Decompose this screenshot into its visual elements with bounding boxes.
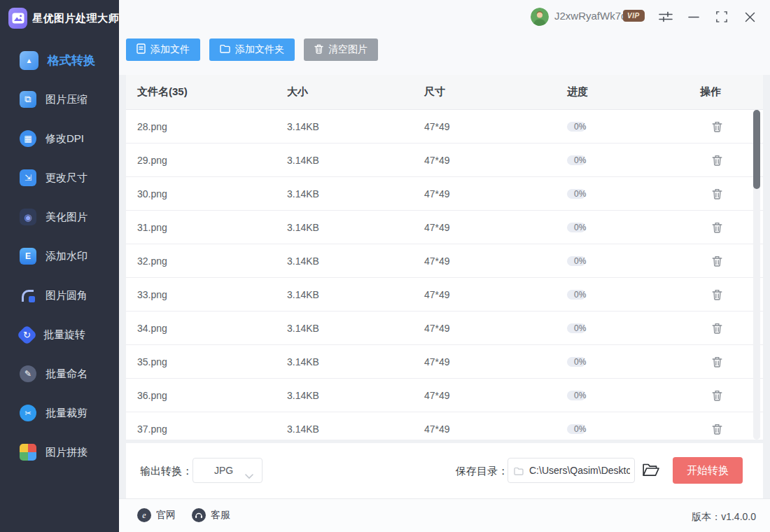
sidebar-item-dpi[interactable]: 修改DPI — [0, 119, 119, 158]
add-folder-label: 添加文件夹 — [235, 43, 284, 56]
delete-row-icon[interactable] — [710, 321, 724, 335]
cell-dimensions: 47*49 — [424, 289, 567, 300]
sidebar-item-label: 修改DPI — [46, 132, 84, 146]
add-folder-button[interactable]: 添加文件夹 — [209, 38, 295, 61]
sidebar-item-rotate[interactable]: 批量旋转 — [0, 315, 119, 354]
output-format-value: JPG — [214, 465, 233, 476]
settings-sliders-icon[interactable] — [658, 9, 673, 24]
sidebar-item-label: 图片圆角 — [46, 289, 88, 302]
cell-dimensions: 47*49 — [424, 390, 567, 401]
cell-filename: 31.png — [137, 222, 287, 233]
sidebar-item-resize[interactable]: 更改尺寸 — [0, 158, 119, 197]
delete-row-icon[interactable] — [710, 288, 724, 302]
maximize-icon[interactable] — [714, 9, 729, 24]
output-format-select[interactable]: JPG — [192, 458, 262, 483]
table-scrollbar-thumb[interactable] — [753, 110, 760, 189]
cell-dimensions: 47*49 — [424, 121, 567, 132]
customer-support-link[interactable]: 客服 — [192, 508, 230, 522]
add-file-button[interactable]: 添加文件 — [126, 38, 200, 61]
sidebar-item-label: 批量命名 — [46, 368, 88, 381]
delete-row-icon[interactable] — [710, 153, 724, 167]
modify-dpi-icon — [20, 130, 36, 147]
table-row: 33.png 3.14KB 47*49 0% — [126, 278, 763, 312]
file-table: 文件名(35) 大小 尺寸 进度 操作 28.png 3.14KB 47*49 … — [126, 75, 763, 440]
username[interactable]: J2xwRyafWk7d — [554, 10, 626, 22]
cell-filename: 28.png — [137, 121, 287, 132]
clear-images-button[interactable]: 清空图片 — [304, 38, 378, 61]
table-row: 29.png 3.14KB 47*49 0% — [126, 144, 763, 177]
cell-size: 3.14KB — [287, 323, 424, 334]
sidebar-item-round[interactable]: 图片圆角 — [0, 276, 119, 315]
website-icon: e — [137, 508, 151, 522]
table-row: 31.png 3.14KB 47*49 0% — [126, 211, 763, 244]
table-scrollbar-track[interactable] — [753, 110, 760, 440]
delete-row-icon[interactable] — [710, 355, 724, 369]
delete-row-icon[interactable] — [710, 220, 724, 234]
delete-row-icon[interactable] — [710, 388, 724, 402]
trash-icon — [314, 44, 323, 56]
sidebar-menu: 格式转换 图片压缩 修改DPI 更改尺寸 美化图片 添加水印 图片圆角 批量旋转… — [0, 41, 119, 472]
cell-filename: 33.png — [137, 289, 287, 300]
round-corner-icon — [20, 287, 36, 304]
sidebar-item-crop[interactable]: 批量裁剪 — [0, 393, 119, 433]
sidebar-item-watermark[interactable]: 添加水印 — [0, 237, 119, 276]
sidebar-item-label: 添加水印 — [46, 250, 88, 263]
sidebar-item-label: 美化图片 — [46, 211, 88, 224]
user-avatar[interactable] — [531, 8, 549, 26]
cell-dimensions: 47*49 — [424, 323, 567, 334]
table-header: 文件名(35) 大小 尺寸 进度 操作 — [126, 75, 763, 110]
sidebar: 星优图片处理大师 格式转换 图片压缩 修改DPI 更改尺寸 美化图片 添加水印 … — [0, 0, 119, 532]
main-area: J2xwRyafWk7d VIP — [119, 0, 770, 532]
app-logo: 星优图片处理大师 — [0, 0, 119, 29]
batch-crop-icon — [20, 405, 36, 421]
delete-row-icon[interactable] — [710, 422, 724, 436]
sidebar-item-beautify[interactable]: 美化图片 — [0, 197, 119, 237]
batch-rotate-icon — [17, 324, 38, 345]
progress-bar: 0% — [567, 424, 586, 434]
progress-bar: 0% — [567, 223, 586, 232]
sidebar-item-rename[interactable]: 批量命名 — [0, 354, 119, 393]
table-row: 34.png 3.14KB 47*49 0% — [126, 312, 763, 345]
sidebar-item-format[interactable]: 格式转换 — [0, 41, 119, 80]
delete-row-icon[interactable] — [710, 187, 724, 201]
delete-row-icon[interactable] — [710, 254, 724, 268]
progress-bar: 0% — [567, 256, 586, 266]
start-convert-button[interactable]: 开始转换 — [673, 457, 743, 484]
image-compress-icon — [20, 91, 36, 108]
minimize-icon[interactable] — [686, 9, 701, 24]
image-stitch-icon — [20, 444, 36, 461]
cell-dimensions: 47*49 — [424, 188, 567, 200]
progress-bar: 0% — [567, 189, 586, 199]
sidebar-item-stitch[interactable]: 图片拼接 — [0, 433, 119, 472]
app-logo-icon — [8, 8, 27, 29]
cell-filename: 29.png — [137, 155, 287, 166]
table-row: 30.png 3.14KB 47*49 0% — [126, 177, 763, 211]
official-website-link[interactable]: e 官网 — [137, 508, 176, 522]
cell-filename: 32.png — [137, 255, 287, 267]
progress-bar: 0% — [567, 323, 586, 333]
close-icon[interactable] — [742, 9, 757, 24]
table-body: 28.png 3.14KB 47*49 0% 29.png 3.14KB 47*… — [126, 110, 763, 440]
table-row: 35.png 3.14KB 47*49 0% — [126, 345, 763, 379]
cell-filename: 30.png — [137, 188, 287, 200]
col-progress: 进度 — [567, 85, 700, 99]
watermark-icon — [20, 248, 36, 265]
cell-size: 3.14KB — [287, 188, 424, 200]
cell-filename: 35.png — [137, 356, 287, 368]
cell-size: 3.14KB — [287, 155, 424, 166]
footer: e 官网 客服 版本：v1.4.0.0 — [119, 498, 770, 532]
resize-icon — [20, 169, 36, 186]
col-actions: 操作 — [700, 85, 763, 99]
progress-bar: 0% — [567, 290, 586, 300]
sidebar-item-label: 批量裁剪 — [46, 407, 88, 420]
save-path-input[interactable] — [507, 458, 635, 483]
browse-folder-icon[interactable] — [642, 462, 660, 479]
cell-dimensions: 47*49 — [424, 255, 567, 267]
chevron-down-icon — [245, 469, 253, 482]
sidebar-item-label: 更改尺寸 — [46, 172, 88, 185]
sidebar-item-compress[interactable]: 图片压缩 — [0, 80, 119, 119]
cell-size: 3.14KB — [287, 222, 424, 233]
sidebar-item-label: 图片压缩 — [46, 93, 88, 106]
cell-size: 3.14KB — [287, 356, 424, 368]
delete-row-icon[interactable] — [710, 120, 724, 134]
